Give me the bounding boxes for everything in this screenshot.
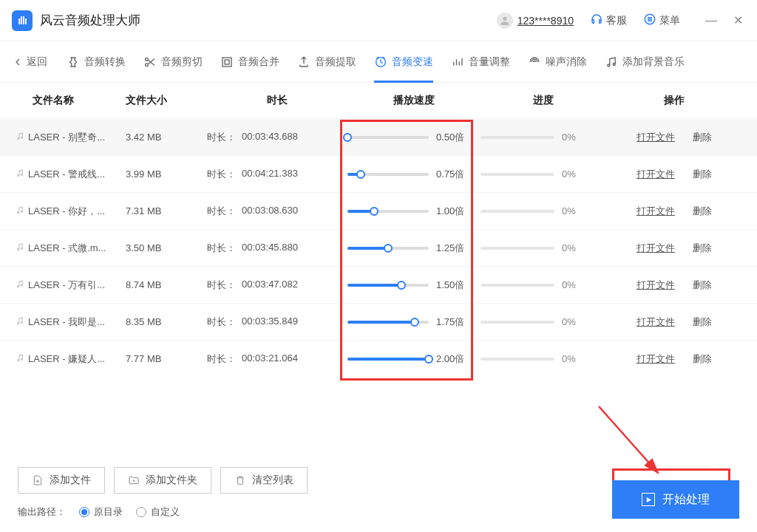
add-file-button[interactable]: 添加文件: [18, 467, 105, 494]
duration-value: 00:03:08.630: [242, 205, 298, 218]
tab-icon-0: [67, 55, 80, 69]
avatar-icon: [497, 13, 513, 29]
open-file-link[interactable]: 打开文件: [637, 168, 675, 181]
tab-label: 噪声消除: [546, 55, 587, 69]
tab-label: 音量调整: [469, 55, 510, 69]
speed-slider[interactable]: [347, 247, 429, 250]
svg-point-7: [608, 64, 610, 66]
table-row[interactable]: LASER - 我即是...8.35 MB时长：00:03:35.8491.75…: [0, 303, 757, 340]
add-folder-button[interactable]: 添加文件夹: [114, 467, 211, 494]
music-note-icon: [15, 205, 25, 217]
progress-bar: [481, 136, 554, 139]
progress-value: 0%: [562, 242, 576, 253]
tab-6[interactable]: 噪声消除: [520, 41, 594, 83]
tab-icon-3: [297, 55, 310, 69]
delete-link[interactable]: 删除: [693, 316, 712, 329]
music-note-icon: [15, 242, 25, 254]
radio-custom-dir[interactable]: 自定义: [136, 505, 180, 519]
table-header: 文件名称 文件大小 时长 播放速度 进度 操作: [0, 83, 757, 118]
table-row[interactable]: LASER - 嫌疑人...7.77 MB时长：00:03:21.0642.00…: [0, 340, 757, 377]
tab-2[interactable]: 音频合并: [213, 41, 287, 83]
file-size: 7.77 MB: [126, 353, 207, 364]
open-file-link[interactable]: 打开文件: [637, 205, 675, 218]
delete-link[interactable]: 删除: [693, 242, 712, 255]
progress-bar: [481, 284, 554, 287]
file-name: LASER - 万有引...: [28, 279, 105, 292]
tab-1[interactable]: 音频剪切: [136, 41, 210, 83]
speed-slider[interactable]: [347, 321, 429, 324]
speed-slider[interactable]: [347, 136, 429, 139]
music-note-icon: [15, 131, 25, 143]
progress-bar: [481, 358, 554, 361]
open-file-link[interactable]: 打开文件: [637, 131, 675, 144]
tab-label: 音频提取: [315, 55, 356, 69]
speed-value: 1.00倍: [436, 205, 473, 218]
radio-original-dir[interactable]: 原目录: [79, 505, 123, 519]
minimize-button[interactable]: —: [704, 13, 719, 28]
progress-bar: [481, 173, 554, 176]
user-name-link[interactable]: 123****8910: [517, 15, 574, 27]
duration-label: 时长：: [207, 242, 236, 255]
tab-label: 添加背景音乐: [622, 55, 685, 69]
file-size: 3.99 MB: [126, 168, 207, 180]
tab-4[interactable]: 音频变速: [367, 41, 441, 83]
delete-link[interactable]: 删除: [693, 279, 712, 292]
music-note-icon: [15, 352, 25, 365]
tab-label: 音频剪切: [161, 55, 203, 69]
radio-original-label: 原目录: [94, 505, 123, 519]
delete-link[interactable]: 删除: [693, 205, 712, 218]
progress-value: 0%: [562, 168, 576, 180]
clear-label: 清空列表: [252, 474, 293, 487]
delete-link[interactable]: 删除: [693, 352, 712, 366]
table-row[interactable]: LASER - 式微.m...3.50 MB时长：00:03:45.8801.2…: [0, 229, 757, 266]
col-speed: 播放速度: [347, 94, 481, 107]
progress-bar: [481, 321, 554, 324]
table-row[interactable]: LASER - 警戒线...3.99 MB时长：00:04:21.3830.75…: [0, 155, 757, 192]
start-process-button[interactable]: 开始处理: [612, 480, 739, 519]
support-label: 客服: [606, 14, 627, 27]
tab-label: 音频转换: [84, 55, 126, 69]
table-row[interactable]: LASER - 你好，...7.31 MB时长：00:03:08.6301.00…: [0, 192, 757, 229]
col-action: 操作: [606, 94, 742, 107]
speed-value: 0.50倍: [436, 131, 473, 144]
duration-value: 00:03:43.688: [242, 131, 298, 144]
close-button[interactable]: ✕: [730, 13, 745, 28]
tab-7[interactable]: 添加背景音乐: [597, 41, 692, 83]
speed-slider[interactable]: [347, 173, 429, 176]
open-file-link[interactable]: 打开文件: [637, 242, 675, 255]
col-duration: 时长: [207, 94, 347, 107]
col-size: 文件大小: [126, 94, 207, 107]
app-logo-icon: ıllı: [12, 10, 33, 31]
file-name: LASER - 警戒线...: [28, 168, 105, 181]
table-row[interactable]: LASER - 别墅奇...3.42 MB时长：00:03:43.6880.50…: [0, 118, 757, 155]
delete-link[interactable]: 删除: [693, 168, 712, 181]
tab-0[interactable]: 音频转换: [59, 41, 133, 83]
speed-value: 1.75倍: [436, 316, 473, 329]
svg-point-8: [613, 63, 615, 65]
menu-link[interactable]: 菜单: [643, 13, 680, 28]
speed-slider[interactable]: [347, 284, 429, 287]
duration-value: 00:03:21.064: [242, 352, 298, 366]
music-note-icon: [15, 316, 25, 328]
progress-value: 0%: [562, 132, 576, 143]
back-button[interactable]: 返回: [12, 55, 47, 69]
table-row[interactable]: LASER - 万有引...8.74 MB时长：00:03:47.0821.50…: [0, 266, 757, 303]
menu-icon: [643, 13, 656, 28]
open-file-link[interactable]: 打开文件: [637, 279, 675, 292]
tab-5[interactable]: 音量调整: [444, 41, 517, 83]
back-label: 返回: [27, 55, 47, 69]
tab-3[interactable]: 音频提取: [290, 41, 364, 83]
speed-slider[interactable]: [347, 210, 429, 213]
support-link[interactable]: 客服: [590, 13, 627, 28]
progress-value: 0%: [562, 279, 576, 290]
col-name: 文件名称: [15, 94, 126, 107]
speed-slider[interactable]: [347, 358, 429, 361]
delete-link[interactable]: 删除: [693, 131, 712, 144]
open-file-link[interactable]: 打开文件: [637, 316, 675, 329]
clear-list-button[interactable]: 清空列表: [220, 467, 308, 494]
duration-value: 00:03:35.849: [242, 316, 298, 329]
progress-bar: [481, 210, 554, 213]
open-file-link[interactable]: 打开文件: [637, 352, 675, 366]
file-size: 7.31 MB: [126, 205, 207, 216]
svg-rect-4: [223, 58, 231, 66]
